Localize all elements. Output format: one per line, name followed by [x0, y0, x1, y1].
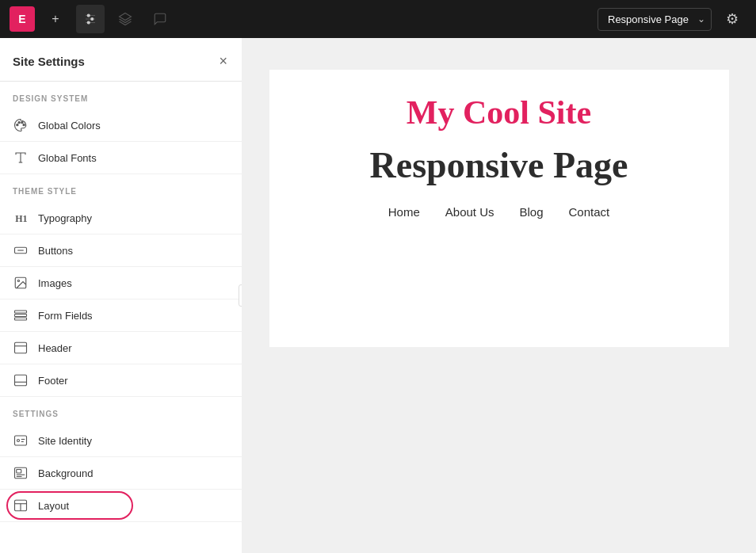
buttons-icon — [13, 242, 29, 258]
elementor-logo: E — [10, 6, 35, 32]
layers-button[interactable] — [111, 5, 139, 33]
toolbar-right: Responsive Page ⚙ — [598, 5, 746, 33]
sidebar-item-global-fonts[interactable]: Global Fonts — [0, 142, 242, 174]
add-element-button[interactable]: + — [41, 5, 70, 33]
sliders-icon — [83, 12, 97, 26]
nav-bar: Home About Us Blog Contact — [388, 205, 609, 219]
svg-point-17 — [17, 280, 19, 281]
svg-point-5 — [87, 21, 90, 24]
sidebar-item-layout[interactable]: Layout — [0, 490, 242, 522]
sidebar-item-footer[interactable]: Footer — [0, 364, 242, 397]
font-icon — [13, 150, 29, 166]
buttons-label: Buttons — [38, 245, 73, 257]
sidebar-header: Site Settings × — [0, 38, 242, 82]
settings-button[interactable]: ⚙ — [718, 5, 746, 33]
top-toolbar: E + — [0, 0, 756, 38]
site-identity-label: Site Identity — [38, 435, 92, 447]
palette-icon — [13, 117, 29, 133]
sidebar-item-global-colors[interactable]: Global Colors — [0, 109, 242, 142]
images-icon — [13, 275, 29, 291]
svg-rect-21 — [15, 342, 27, 353]
page-heading: Responsive Page — [370, 144, 628, 186]
sidebar-item-site-identity[interactable]: Site Identity — [0, 425, 242, 457]
background-icon — [13, 465, 29, 481]
footer-label: Footer — [38, 375, 68, 387]
form-fields-label: Form Fields — [38, 310, 93, 322]
typography-icon: H1 — [13, 210, 29, 226]
header-icon — [13, 340, 29, 356]
svg-point-10 — [23, 124, 25, 126]
sidebar-item-form-fields[interactable]: Form Fields — [0, 299, 242, 332]
sidebar-item-typography[interactable]: H1 Typography — [0, 202, 242, 235]
identity-icon — [13, 433, 29, 448]
sidebar-item-header[interactable]: Header — [0, 332, 242, 364]
site-title: My Cool Site — [407, 93, 591, 132]
svg-rect-30 — [17, 470, 21, 474]
svg-text:H1: H1 — [15, 213, 27, 224]
svg-point-26 — [17, 440, 20, 442]
form-icon — [13, 307, 29, 323]
page-selector-wrap: Responsive Page — [598, 8, 712, 31]
svg-point-4 — [91, 18, 94, 21]
layout-label: Layout — [38, 500, 69, 512]
main-area: Site Settings × DESIGN SYSTEM Global Col… — [0, 38, 756, 553]
global-fonts-label: Global Fonts — [38, 152, 97, 164]
canvas-page: My Cool Site Responsive Page Home About … — [269, 70, 729, 347]
sidebar: Site Settings × DESIGN SYSTEM Global Col… — [0, 38, 242, 553]
nav-item-about[interactable]: About Us — [445, 205, 494, 219]
global-colors-label: Global Colors — [38, 120, 101, 132]
close-sidebar-button[interactable]: × — [217, 52, 229, 70]
background-label: Background — [38, 467, 93, 479]
header-label: Header — [38, 342, 72, 354]
design-system-label: DESIGN SYSTEM — [0, 82, 242, 109]
svg-point-3 — [87, 14, 90, 17]
svg-point-7 — [17, 124, 18, 126]
comment-icon — [153, 12, 167, 26]
collapse-sidebar-button[interactable]: ‹ — [239, 284, 242, 307]
sidebar-item-background[interactable]: Background — [0, 457, 242, 490]
svg-point-9 — [21, 122, 23, 124]
svg-rect-18 — [15, 311, 27, 313]
typography-label: Typography — [38, 212, 92, 224]
customize-button[interactable] — [76, 5, 105, 33]
footer-icon — [13, 372, 29, 388]
canvas: My Cool Site Responsive Page Home About … — [242, 38, 756, 553]
svg-rect-19 — [15, 315, 27, 317]
layout-icon — [13, 498, 29, 513]
images-label: Images — [38, 277, 72, 289]
toolbar-left: E + — [10, 5, 174, 33]
nav-item-contact[interactable]: Contact — [569, 205, 610, 219]
theme-style-label: THEME STYLE — [0, 174, 242, 202]
nav-item-blog[interactable]: Blog — [519, 205, 543, 219]
page-selector[interactable]: Responsive Page — [598, 8, 712, 31]
svg-rect-20 — [15, 318, 27, 320]
nav-item-home[interactable]: Home — [388, 205, 420, 219]
layers-icon — [118, 12, 132, 26]
svg-marker-6 — [120, 13, 132, 21]
sidebar-item-buttons[interactable]: Buttons — [0, 235, 242, 267]
sidebar-item-images[interactable]: Images — [0, 267, 242, 299]
settings-label: SETTINGS — [0, 397, 242, 425]
svg-rect-23 — [15, 375, 27, 386]
svg-point-8 — [18, 122, 20, 124]
sidebar-title: Site Settings — [13, 55, 85, 68]
svg-rect-25 — [15, 436, 27, 445]
comments-button[interactable] — [146, 5, 174, 33]
